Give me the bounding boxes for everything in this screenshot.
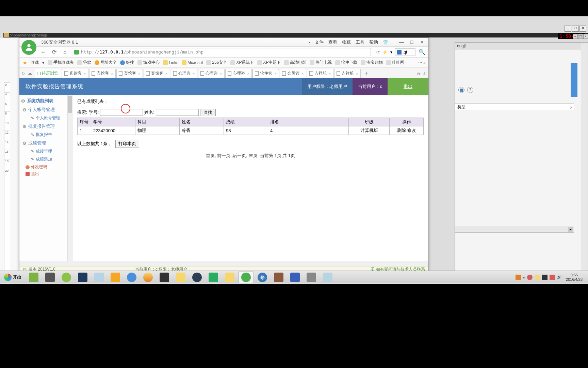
taskbar-app[interactable] bbox=[42, 272, 58, 283]
tab-item[interactable]: 宾馆客× bbox=[116, 69, 143, 78]
name-input[interactable] bbox=[156, 109, 199, 116]
taskbar-app[interactable] bbox=[304, 272, 319, 283]
scroll-right-icon[interactable]: ▸ bbox=[568, 227, 573, 232]
reload-button[interactable]: ⟳ bbox=[50, 48, 58, 56]
menu-chevron-icon[interactable]: › bbox=[309, 40, 310, 45]
minimize-icon[interactable]: — bbox=[397, 39, 406, 45]
favorites-star-icon[interactable]: ★ bbox=[23, 60, 27, 65]
tab-clone-icon[interactable]: ⧉ bbox=[417, 72, 420, 76]
panel-icon[interactable]: ▦ bbox=[458, 87, 464, 93]
pagination[interactable]: 首页, 前一页 ,后一页, 末页, 当前第 1页,共 1页 bbox=[77, 153, 424, 159]
bookmark-item[interactable]: 好搜 bbox=[120, 60, 134, 65]
taskbar-app[interactable] bbox=[91, 272, 107, 283]
tab-item[interactable]: 吉祥航× bbox=[334, 69, 361, 78]
close-icon[interactable]: × bbox=[274, 72, 276, 76]
new-tab-button[interactable]: + bbox=[363, 70, 370, 78]
tray-sogou-icon[interactable] bbox=[516, 275, 521, 280]
tab-item[interactable]: 宾馆客× bbox=[89, 69, 116, 78]
search-engine-box[interactable]: .qt bbox=[395, 48, 415, 56]
sidebar-item-password[interactable]: 修改密码 bbox=[22, 163, 71, 170]
tab-item[interactable]: 吉祥航× bbox=[307, 69, 333, 78]
bookmarks-overflow-icon[interactable]: ⋯ » bbox=[418, 60, 426, 65]
tab-crossscreen[interactable]: 跨屏浏览 bbox=[35, 69, 61, 78]
url-input[interactable]: http://127.0.0.1/phpoashishengchengji/ma… bbox=[72, 48, 371, 56]
close-icon[interactable]: × bbox=[165, 72, 167, 76]
taskbar-app[interactable] bbox=[206, 272, 221, 283]
sidebar-cat-report[interactable]: ⚙批复报告管理 bbox=[22, 122, 71, 131]
editor-tab-label[interactable]: engji bbox=[457, 44, 466, 48]
help-icon[interactable]: ? bbox=[467, 87, 473, 93]
sidebar-item-score-add[interactable]: ✎成绩添加 bbox=[22, 155, 71, 163]
close-icon[interactable]: × bbox=[579, 26, 586, 32]
close-icon[interactable]: × bbox=[220, 72, 222, 76]
tray-expand-icon[interactable]: ▴ bbox=[523, 275, 525, 279]
taskbar-app[interactable] bbox=[222, 272, 238, 283]
taskbar-clock[interactable]: 0:55 2016/4/28 bbox=[564, 273, 585, 282]
tab-history-icon[interactable]: ▷ bbox=[22, 71, 25, 76]
bookmark-item[interactable]: 淘宝购物 bbox=[361, 60, 383, 65]
start-button[interactable]: 开始 bbox=[1, 272, 24, 282]
bookmark-item[interactable]: 网址大全 bbox=[95, 60, 117, 65]
maximize-icon[interactable]: □ bbox=[578, 34, 583, 39]
home-button[interactable]: ⌂ bbox=[61, 48, 69, 56]
search-icon[interactable]: 🔍 bbox=[418, 48, 426, 56]
sidebar-cat-account[interactable]: ⚙个人帐号管理 bbox=[22, 105, 71, 114]
taskbar-app[interactable] bbox=[59, 272, 74, 283]
tray-icon[interactable] bbox=[550, 275, 555, 280]
menu-view[interactable]: 查看 bbox=[328, 39, 337, 45]
horizontal-scrollbar[interactable]: ▸ bbox=[455, 227, 574, 233]
taskbar-app[interactable] bbox=[108, 272, 123, 283]
tray-volume-icon[interactable]: 🔊 bbox=[557, 275, 562, 279]
favorites-dropdown-icon[interactable]: ▾ bbox=[42, 60, 44, 65]
close-icon[interactable]: × bbox=[583, 34, 588, 39]
scrollbar-thumb[interactable] bbox=[68, 96, 72, 113]
bookmark-item[interactable]: Microsof bbox=[182, 60, 203, 65]
taskbar-app[interactable] bbox=[320, 272, 336, 283]
bookmark-item[interactable]: Links bbox=[163, 60, 178, 65]
tab-item[interactable]: 心理咨× bbox=[198, 69, 225, 78]
taskbar-app[interactable] bbox=[271, 272, 287, 283]
taskbar-app-active[interactable] bbox=[238, 272, 254, 283]
bookmark-item[interactable]: 手机收藏夹 bbox=[48, 60, 74, 65]
bookmark-item[interactable]: XP系统下 bbox=[230, 60, 254, 65]
minimize-icon[interactable]: _ bbox=[565, 26, 571, 32]
bookmark-item[interactable]: 谷歌 bbox=[77, 60, 91, 65]
taskbar-app[interactable] bbox=[189, 272, 205, 283]
bookmark-item[interactable]: 热门电视 bbox=[310, 60, 332, 65]
lightning-icon[interactable]: ⚡ bbox=[382, 50, 388, 55]
sidebar-item-logout[interactable]: 退出 bbox=[22, 170, 71, 177]
vertical-scrollbar[interactable] bbox=[581, 43, 588, 281]
sidebar-scrollbar[interactable] bbox=[67, 95, 72, 266]
sidebar-item-report-approve[interactable]: ✎批复报告 bbox=[22, 131, 71, 139]
tray-icon[interactable] bbox=[527, 275, 533, 280]
close-icon[interactable]: × bbox=[570, 104, 572, 111]
bookmark-item[interactable]: 游戏中心 bbox=[137, 60, 160, 65]
taskbar-app[interactable] bbox=[287, 272, 303, 283]
taskbar-app[interactable] bbox=[173, 272, 189, 283]
tray-icon[interactable] bbox=[535, 275, 540, 280]
taskbar-app[interactable]: 修 bbox=[255, 272, 270, 283]
sidebar-cat-score[interactable]: ⚙成绩管理 bbox=[22, 139, 71, 148]
favorites-label[interactable]: 收藏 bbox=[31, 60, 39, 65]
sidebar-item-score-manage[interactable]: ✎成绩管理 bbox=[22, 148, 71, 155]
logout-button[interactable]: 退出 bbox=[388, 78, 428, 95]
tab-item[interactable]: 会员管× bbox=[280, 69, 306, 78]
search-button[interactable]: 查找 bbox=[200, 109, 216, 116]
close-icon[interactable]: × bbox=[356, 72, 358, 76]
bookmark-item[interactable]: 软件下载 bbox=[335, 60, 357, 65]
tab-restore-icon[interactable]: ↺ bbox=[422, 72, 426, 76]
maximize-icon[interactable]: □ bbox=[407, 39, 416, 45]
bookmark-item[interactable]: 高清电影 bbox=[284, 60, 306, 65]
menu-favorites[interactable]: 收藏 bbox=[342, 39, 351, 45]
taskbar-app[interactable] bbox=[26, 272, 42, 283]
close-icon[interactable]: × bbox=[247, 72, 249, 76]
menu-file[interactable]: 文件 bbox=[315, 39, 324, 45]
close-icon[interactable]: × bbox=[111, 72, 113, 76]
close-icon[interactable]: × bbox=[84, 72, 86, 76]
tab-item[interactable]: 心理咨× bbox=[225, 69, 252, 78]
sidebar-item-account-manage[interactable]: ✎个人帐号管理 bbox=[22, 114, 71, 122]
close-icon[interactable]: × bbox=[301, 72, 304, 76]
menu-tools[interactable]: 工具 bbox=[356, 39, 364, 45]
close-icon[interactable]: × bbox=[418, 39, 426, 45]
back-button[interactable]: ← bbox=[39, 48, 47, 56]
